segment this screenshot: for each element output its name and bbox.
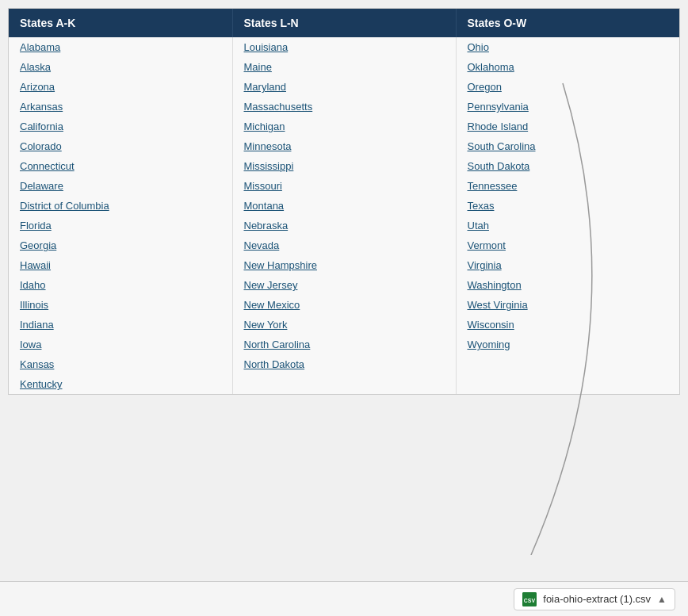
state-link[interactable]: New York <box>244 319 288 331</box>
table-cell: West Virginia <box>456 295 679 315</box>
table-cell: Rhode Island <box>456 117 679 136</box>
state-link[interactable]: Michigan <box>244 121 285 132</box>
table-cell <box>456 354 679 374</box>
state-link[interactable]: Montana <box>244 200 285 212</box>
table-cell: Oklahoma <box>456 57 679 77</box>
state-link[interactable]: Missouri <box>244 180 282 192</box>
state-link[interactable]: North Dakota <box>244 358 305 370</box>
table-cell: Tennessee <box>456 176 679 196</box>
table-cell <box>232 374 456 394</box>
state-link[interactable]: Kansas <box>20 358 54 370</box>
state-link[interactable]: New Mexico <box>244 299 300 311</box>
state-link[interactable]: Rhode Island <box>468 121 529 132</box>
table-cell: New Jersey <box>232 275 456 295</box>
table-cell: Vermont <box>456 235 679 255</box>
state-link[interactable]: District of Columbia <box>20 200 109 212</box>
table-row: ConnecticutMississippiSouth Dakota <box>9 156 679 176</box>
state-link[interactable]: Minnesota <box>244 140 292 152</box>
state-link[interactable]: Pennsylvania <box>468 101 529 113</box>
state-link[interactable]: California <box>20 121 63 132</box>
table-cell: Maine <box>232 57 456 77</box>
table-cell: Louisiana <box>232 37 456 57</box>
state-link[interactable]: Louisiana <box>244 41 289 53</box>
state-link[interactable]: Wyoming <box>468 339 510 350</box>
state-link[interactable]: Vermont <box>468 239 506 251</box>
state-link[interactable]: Massachusetts <box>244 101 313 113</box>
table-row: AlabamaLouisianaOhio <box>9 37 679 57</box>
table-row: IllinoisNew MexicoWest Virginia <box>9 295 679 315</box>
state-link[interactable]: Indiana <box>20 319 54 331</box>
table-row: ArizonaMarylandOregon <box>9 77 679 97</box>
state-link[interactable]: Washington <box>468 279 522 291</box>
table-cell: Indiana <box>9 315 232 335</box>
table-cell: Colorado <box>9 136 232 156</box>
state-link[interactable]: Arizona <box>20 81 55 93</box>
table-row: District of ColumbiaMontanaTexas <box>9 196 679 216</box>
table-row: IowaNorth CarolinaWyoming <box>9 335 679 354</box>
state-link[interactable]: Utah <box>468 220 489 231</box>
table-cell: Georgia <box>9 235 232 255</box>
state-link[interactable]: Hawaii <box>20 259 51 271</box>
state-link[interactable]: Texas <box>468 200 495 212</box>
state-link[interactable]: Iowa <box>20 339 41 350</box>
state-link[interactable]: Oklahoma <box>468 61 514 73</box>
table-row: Kentucky <box>9 374 679 394</box>
table-cell: Wisconsin <box>456 315 679 335</box>
state-link[interactable]: Idaho <box>20 279 46 291</box>
state-link[interactable]: Nevada <box>244 239 280 251</box>
table-cell: New York <box>232 315 456 335</box>
state-link[interactable]: Alaska <box>20 61 51 73</box>
table-cell: Arkansas <box>9 97 232 117</box>
table-cell: Delaware <box>9 176 232 196</box>
download-bar: CSV foia-ohio-extract (1).csv ▲ <box>0 581 688 616</box>
state-link[interactable]: Mississippi <box>244 160 294 172</box>
state-link[interactable]: South Carolina <box>468 140 536 152</box>
table-cell: Hawaii <box>9 255 232 275</box>
table-cell: Arizona <box>9 77 232 97</box>
state-link[interactable]: Virginia <box>468 259 502 271</box>
state-link[interactable]: Arkansas <box>20 101 63 113</box>
state-link[interactable]: New Hampshire <box>244 259 317 271</box>
state-link[interactable]: Colorado <box>20 140 62 152</box>
state-link[interactable]: Ohio <box>468 41 489 53</box>
col-header-ln: States L-N <box>232 9 456 37</box>
table-cell: Massachusetts <box>232 97 456 117</box>
table-row: GeorgiaNevadaVermont <box>9 235 679 255</box>
state-link[interactable]: North Carolina <box>244 339 311 350</box>
csv-icon: CSV <box>522 592 537 606</box>
state-link[interactable]: Illinois <box>20 299 48 311</box>
table-row: IdahoNew JerseyWashington <box>9 275 679 295</box>
table-cell: Michigan <box>232 117 456 136</box>
state-link[interactable]: Georgia <box>20 239 56 251</box>
state-link[interactable]: New Jersey <box>244 279 298 291</box>
state-link[interactable]: Alabama <box>20 41 60 53</box>
state-link[interactable]: West Virginia <box>468 299 528 311</box>
download-item[interactable]: CSV foia-ohio-extract (1).csv ▲ <box>514 588 675 610</box>
table-cell <box>456 374 679 394</box>
state-link[interactable]: Maryland <box>244 81 286 93</box>
table-cell: South Carolina <box>456 136 679 156</box>
table-cell: Missouri <box>232 176 456 196</box>
state-link[interactable]: Florida <box>20 220 52 231</box>
state-link[interactable]: Maine <box>244 61 272 73</box>
table-cell: Kansas <box>9 354 232 374</box>
state-link[interactable]: Nebraska <box>244 220 289 231</box>
table-cell: Virginia <box>456 255 679 275</box>
table-row: CaliforniaMichiganRhode Island <box>9 117 679 136</box>
table-cell: Mississippi <box>232 156 456 176</box>
state-link[interactable]: South Dakota <box>468 160 530 172</box>
table-cell: North Dakota <box>232 354 456 374</box>
table-cell: Florida <box>9 216 232 235</box>
state-link[interactable]: Connecticut <box>20 160 75 172</box>
chevron-up-icon[interactable]: ▲ <box>657 594 667 605</box>
table-cell: Kentucky <box>9 374 232 394</box>
state-link[interactable]: Wisconsin <box>468 319 514 331</box>
col-header-ak: States A-K <box>9 9 232 37</box>
state-link[interactable]: Oregon <box>468 81 502 93</box>
state-link[interactable]: Tennessee <box>468 180 518 192</box>
table-cell: Nevada <box>232 235 456 255</box>
col-header-ow: States O-W <box>456 9 679 37</box>
table-cell: Montana <box>232 196 456 216</box>
state-link[interactable]: Delaware <box>20 180 63 192</box>
state-link[interactable]: Kentucky <box>20 378 62 390</box>
